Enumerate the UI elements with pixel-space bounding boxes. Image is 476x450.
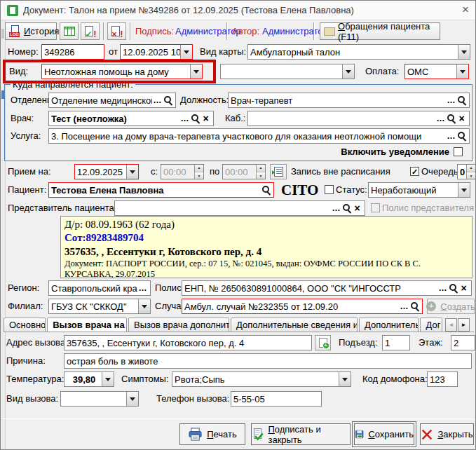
- sign-document-button[interactable]: ✓!: [81, 22, 100, 40]
- symptoms-combobox[interactable]: Рвота;Сыпь: [172, 371, 351, 387]
- dropdown-arrow-icon[interactable]: [180, 44, 192, 60]
- printer-icon: [188, 428, 203, 441]
- dropdown-arrow-icon[interactable]: [339, 371, 351, 387]
- search-icon[interactable]: [163, 94, 173, 107]
- extra-combobox[interactable]: [220, 64, 355, 79]
- dropdown-arrow-icon[interactable]: [342, 64, 354, 79]
- service-field[interactable]: 3. Посещение на дому врача-терапевта уча…: [48, 128, 470, 144]
- ellipsis-button[interactable]: …: [446, 130, 456, 142]
- unsign-document-button[interactable]: ×!: [107, 22, 126, 40]
- intercom-label: Код домофона:: [362, 371, 428, 387]
- save-button-label: Сохранить: [368, 429, 414, 439]
- save-button[interactable]: Сохранить: [354, 423, 414, 445]
- ellipsis-button[interactable]: …: [399, 300, 409, 313]
- clear-icon[interactable]: ×: [456, 112, 467, 125]
- schedule-button[interactable]: [270, 164, 287, 179]
- entrance-field[interactable]: 1: [382, 335, 410, 350]
- payment-combobox[interactable]: ОМС: [404, 64, 469, 79]
- dock-grip: [1, 29, 4, 39]
- number-field[interactable]: 349286: [41, 44, 104, 60]
- patient-birthdate: Д/р: 08.09.1963 (62 года): [64, 218, 468, 231]
- temperature-label: Температура:: [6, 371, 64, 387]
- tab-scroll-right-icon[interactable]: ►: [458, 318, 470, 332]
- call-address-field[interactable]: 357635, , Ессентуки г, Котовского пер, д…: [64, 335, 312, 350]
- reason-field[interactable]: острая боль в животе: [64, 353, 472, 369]
- ellipsis-button[interactable]: …: [152, 94, 163, 107]
- appointment-date-combobox[interactable]: 12.09.2025: [74, 164, 139, 179]
- tab-contract[interactable]: Дог: [420, 318, 442, 332]
- ellipsis-button[interactable]: …: [435, 112, 446, 125]
- case-field[interactable]: Амбул. случай №232355 от 12.09.20 …: [182, 299, 423, 314]
- status-checkbox[interactable]: [325, 185, 334, 194]
- temperature-combobox[interactable]: 39,80: [64, 371, 114, 387]
- toolbar-separator: [226, 22, 228, 40]
- tab-scroll-left-icon[interactable]: ◄: [445, 318, 457, 332]
- kind-label: Вид:: [9, 64, 28, 79]
- sign-and-close-label: Подписать и закрыть: [268, 424, 350, 445]
- dropdown-arrow-icon[interactable]: [126, 391, 138, 407]
- dropdown-arrow-icon[interactable]: [458, 182, 470, 198]
- clear-icon[interactable]: ×: [200, 112, 211, 125]
- address-add-button[interactable]: +: [315, 335, 331, 350]
- close-icon[interactable]: ×: [458, 2, 473, 18]
- card-type-combobox[interactable]: Амбулаторный талон: [247, 44, 470, 60]
- representative-field[interactable]: … ×: [114, 200, 365, 216]
- ellipsis-button[interactable]: …: [137, 282, 148, 294]
- dropdown-arrow-icon[interactable]: [190, 64, 202, 79]
- dropdown-arrow-icon[interactable]: [138, 299, 150, 314]
- search-icon[interactable]: [190, 112, 200, 125]
- search-icon[interactable]: [261, 184, 271, 196]
- status-combobox[interactable]: Неработающий: [368, 182, 470, 198]
- close-button[interactable]: Закрыть: [420, 423, 474, 445]
- spinner-arrows[interactable]: ▲▼: [466, 164, 475, 179]
- close-red-x-icon: [421, 428, 433, 441]
- dropdown-arrow-icon[interactable]: [456, 64, 468, 79]
- sign-and-close-button[interactable]: Подписать и закрыть: [251, 423, 351, 445]
- enable-notification-checkbox[interactable]: [454, 147, 463, 156]
- clear-icon[interactable]: ×: [458, 282, 469, 294]
- toolbar-separator: [313, 22, 315, 40]
- patient-appeals-button[interactable]: Обращения пациента (F11): [320, 22, 440, 40]
- tab-home-call[interactable]: Вызов врача на дом: [47, 318, 127, 332]
- history-button[interactable]: LOG История: [5, 22, 57, 40]
- search-icon[interactable]: [456, 94, 467, 107]
- search-icon[interactable]: [409, 300, 420, 313]
- position-field[interactable]: Врач-терапевт …: [228, 93, 470, 108]
- outside-schedule-checkbox[interactable]: ✓: [410, 167, 419, 176]
- department-field[interactable]: Отделение медицинской реабили …: [48, 93, 176, 108]
- clear-icon[interactable]: ×: [352, 202, 362, 214]
- queue-spinner[interactable]: 0 ▲▼: [457, 164, 476, 179]
- search-icon[interactable]: [448, 282, 458, 294]
- ellipsis-button[interactable]: …: [446, 94, 456, 107]
- intercom-field[interactable]: 123: [427, 371, 458, 387]
- kind-combobox[interactable]: Неотложная помощь на дому: [41, 64, 203, 79]
- ellipsis-button[interactable]: …: [331, 202, 341, 214]
- tab-call-extra[interactable]: Вызов врача дополнительно: [128, 318, 229, 332]
- dropdown-arrow-icon[interactable]: [458, 44, 470, 60]
- floor-field[interactable]: 2: [451, 335, 475, 350]
- print-button[interactable]: Печать: [179, 423, 245, 445]
- document-date-combobox[interactable]: 12.09.2025 10:5: [120, 44, 193, 60]
- policy-field[interactable]: ЕНП, № 2650630891000864, ООО "СК "ИНГОСС…: [182, 280, 472, 296]
- call-type-combobox[interactable]: [60, 391, 139, 407]
- search-icon[interactable]: [456, 130, 467, 142]
- dropdown-arrow-icon[interactable]: [102, 371, 114, 387]
- call-address-label: Адрес вызова:: [6, 335, 68, 350]
- ellipsis-button[interactable]: …: [437, 282, 448, 294]
- grid-button[interactable]: [60, 22, 79, 40]
- tab-additional[interactable]: Дополнительно: [359, 318, 419, 332]
- dropdown-arrow-icon[interactable]: [126, 164, 138, 179]
- spin-up-icon[interactable]: ▲: [467, 164, 475, 172]
- spin-down-icon[interactable]: ▼: [467, 172, 475, 180]
- cabinet-field[interactable]: … ×: [247, 111, 470, 126]
- tab-ssmp-info[interactable]: Дополнительные сведения из ССМП: [231, 318, 358, 332]
- region-field[interactable]: Ставропольский край. …: [48, 280, 151, 296]
- search-icon[interactable]: [446, 112, 456, 125]
- tab-main[interactable]: Основное: [4, 318, 46, 332]
- doctor-field[interactable]: Тест (неотложка) … ×: [48, 111, 214, 126]
- ellipsis-button[interactable]: …: [179, 112, 190, 125]
- branch-combobox[interactable]: ГБУЗ СК "СККОД": [48, 299, 151, 314]
- call-phone-field[interactable]: 5-55-05: [231, 391, 322, 407]
- patient-field[interactable]: Тестова Елена Павловна: [48, 182, 274, 198]
- search-icon[interactable]: [341, 202, 352, 214]
